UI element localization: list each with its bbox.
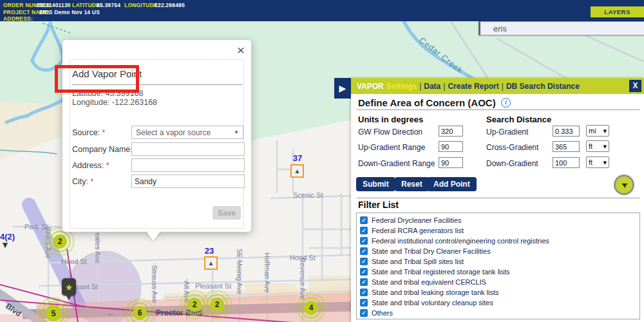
cross-gradient-label: Cross-Gradient <box>486 143 538 152</box>
checkbox-checked-icon[interactable]: ✓ <box>360 309 368 317</box>
project-name-value: ERIS Demo Nov 14 US <box>39 9 100 15</box>
map-search-input[interactable] <box>492 23 643 34</box>
add-point-button[interactable]: Add Point <box>427 177 477 191</box>
cluster-marker-pleasant-b[interactable]: 2 <box>210 298 224 312</box>
save-button[interactable]: Save <box>213 206 241 220</box>
down-gradient-input[interactable] <box>553 157 580 168</box>
filter-list-heading: Filter List <box>358 200 399 210</box>
layers-button[interactable]: LAYERS <box>591 6 644 17</box>
filter-item-label: State and Tribal registered storage tank… <box>372 268 510 276</box>
checkbox-checked-icon[interactable]: ✓ <box>360 278 368 286</box>
city-field-label: City: * <box>72 177 93 186</box>
checkbox-checked-icon[interactable]: ✓ <box>360 258 368 265</box>
checkbox-checked-icon[interactable]: ✓ <box>360 299 368 307</box>
chevron-down-icon: ▾ <box>603 142 607 151</box>
chevron-down-icon: ▾ <box>603 127 607 135</box>
cluster-marker-pleasant-a[interactable]: 2 <box>187 298 202 312</box>
chevron-down-icon: ▼ <box>234 129 239 135</box>
street-label-pleasant-mid: Pleasant St <box>195 282 231 290</box>
down-gradient-range-label: Down-Gradient Range <box>358 159 435 168</box>
site-marker-37[interactable]: ▲ <box>290 164 304 178</box>
street-label-park: Park St <box>24 223 48 231</box>
panel-close-icon[interactable]: X <box>629 80 641 92</box>
street-label-hood-left: Hood St <box>61 258 87 265</box>
down-gradient-range-input[interactable] <box>439 157 463 168</box>
company-name-field[interactable] <box>131 142 245 156</box>
filter-item-federal-rcra[interactable]: ✓ Federal RCRA generators list <box>357 225 639 236</box>
filter-item-others[interactable]: ✓ Others <box>357 308 639 318</box>
address-label: ADDRESS: <box>3 15 33 22</box>
aoc-heading: Define Area of Concern (AOC) <box>358 97 496 108</box>
filter-item-label: State and tribal leaking storage tank li… <box>372 289 499 296</box>
site-marker-37-number[interactable]: 37 <box>289 153 306 163</box>
street-label-hoffman: Hoffman Ave <box>263 252 271 293</box>
filter-item-label: Others <box>372 309 393 317</box>
modal-pointer <box>146 231 161 241</box>
tab-settings[interactable]: Settings <box>386 82 417 91</box>
checkbox-checked-icon[interactable]: ✓ <box>360 247 368 255</box>
filter-item-label: Federal RCRA generators list <box>372 227 464 234</box>
units-heading: Units in degrees <box>358 115 423 124</box>
locate-button[interactable]: ➤ <box>614 175 634 195</box>
cluster-triangle-icon: ▼ <box>1 240 10 249</box>
filter-item-state-registered-tanks[interactable]: ✓ State and Tribal registered storage ta… <box>357 267 639 277</box>
vapor-source-select[interactable]: Select a vapor source ▼ <box>131 126 243 139</box>
unit-value: mi <box>589 127 596 135</box>
order-number-value: 25111401130 <box>37 2 71 8</box>
checkbox-checked-icon[interactable]: ✓ <box>360 289 368 296</box>
cluster-marker-5[interactable]: 5 <box>45 305 62 321</box>
close-icon[interactable]: × <box>237 43 245 57</box>
filter-item-label: Federal Drycleaner Facilities <box>372 216 461 224</box>
company-name-label: Company Name: * <box>72 145 138 154</box>
site-marker-23-number[interactable]: 23 <box>201 246 218 256</box>
cross-gradient-input[interactable] <box>553 141 580 152</box>
up-gradient-input[interactable] <box>553 126 580 137</box>
filter-item-state-cerclis[interactable]: ✓ State and tribal equivalent CERCLIS <box>357 277 639 287</box>
submit-button[interactable]: Submit <box>356 177 395 191</box>
filter-item-label: State and tribal voluntary cleanup sites <box>372 299 493 307</box>
checkbox-checked-icon[interactable]: ✓ <box>360 227 368 234</box>
gw-flow-direction-input[interactable] <box>439 126 463 137</box>
cluster-marker-6[interactable]: 6 <box>133 306 147 320</box>
divider <box>357 198 639 198</box>
vapor-panel: VAPOR Settings | Data | Create Report | … <box>351 78 644 322</box>
checkbox-checked-icon[interactable]: ✓ <box>360 237 368 245</box>
checkbox-checked-icon[interactable]: ✓ <box>360 268 368 276</box>
down-gradient-unit-select[interactable]: ft ▾ <box>586 156 609 168</box>
up-gradient-unit-select[interactable]: mi ▾ <box>586 125 609 137</box>
up-gradient-label: Up-Gradient <box>486 128 528 137</box>
tab-create-report[interactable]: Create Report <box>448 82 498 91</box>
required-asterisk: * <box>90 177 93 186</box>
checkbox-checked-icon[interactable]: ✓ <box>360 216 368 224</box>
address-field[interactable] <box>131 158 245 172</box>
panel-title: VAPOR <box>357 82 384 91</box>
filter-item-state-voluntary-cleanup[interactable]: ✓ State and tribal voluntary cleanup sit… <box>357 298 639 308</box>
annotation-highlight-box <box>55 65 139 93</box>
up-gradient-range-input[interactable] <box>439 141 463 152</box>
filter-item-label: Federal institutional control/engineerin… <box>372 237 549 245</box>
vapor-source-placeholder: Select a vapor source <box>136 128 211 137</box>
filter-item-state-leaking-tanks[interactable]: ✓ State and tribal leaking storage tank … <box>357 287 639 298</box>
reset-button[interactable]: Reset <box>395 177 429 191</box>
divider <box>357 109 639 110</box>
cross-gradient-unit-select[interactable]: ft ▾ <box>586 140 609 152</box>
cluster-marker-park[interactable]: 2 <box>53 234 67 249</box>
triangle-marker-icon: ▲ <box>208 260 214 267</box>
search-distance-heading: Search Distance <box>486 115 551 124</box>
top-bar: ORDER NUMBER: 25111401130 LATITUDE: 45.3… <box>0 0 644 21</box>
filter-item-state-dry-cleaner[interactable]: ✓ State and Tribal Dry Cleaner Facilitie… <box>357 246 639 256</box>
tab-data[interactable]: Data <box>424 82 440 91</box>
filter-item-label: State and Tribal Spill sites list <box>372 258 464 265</box>
tab-db-search-distance[interactable]: DB Search Distance <box>506 82 580 91</box>
panel-collapse-button[interactable]: ▶ <box>334 78 351 99</box>
chevron-down-icon: ▾ <box>603 158 607 167</box>
filter-item-state-spill[interactable]: ✓ State and Tribal Spill sites list <box>357 256 639 267</box>
filter-item-label: State and tribal equivalent CERCLIS <box>372 278 486 286</box>
cluster-marker-4[interactable]: 4 <box>304 301 318 315</box>
info-icon[interactable]: i <box>501 98 511 108</box>
project-site-pin[interactable]: ★ <box>62 278 76 296</box>
site-marker-23[interactable]: ▲ <box>204 256 218 270</box>
filter-item-federal-drycleaner[interactable]: ✓ Federal Drycleaner Facilities <box>357 215 639 225</box>
city-field[interactable] <box>131 175 245 188</box>
filter-item-federal-institutional[interactable]: ✓ Federal institutional control/engineer… <box>357 236 639 246</box>
